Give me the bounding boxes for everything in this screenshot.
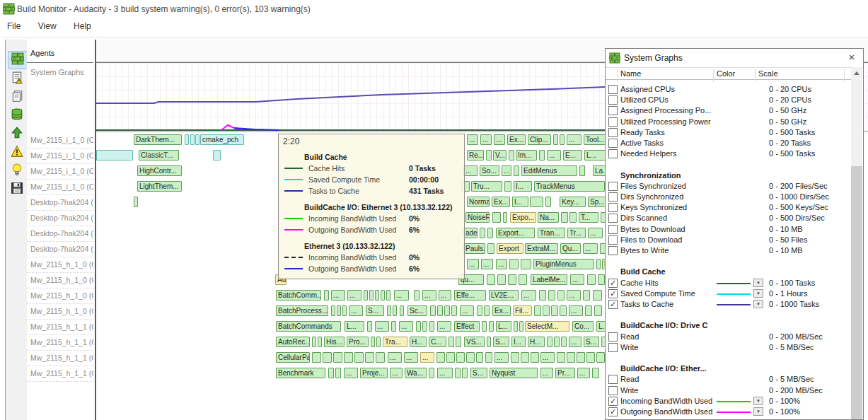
projects-button[interactable]	[8, 89, 26, 106]
agent-row[interactable]: Desktop-7hak204 (C	[27, 211, 93, 226]
gantt-task-block[interactable]	[195, 134, 199, 145]
gantt-task-block[interactable]	[376, 337, 381, 347]
checkbox-unchecked[interactable]	[608, 192, 618, 202]
metric-label[interactable]: Tasks to Cache	[620, 300, 673, 308]
gantt-task-block[interactable]	[557, 290, 565, 301]
checkbox-checked[interactable]: ✓	[608, 407, 618, 416]
gantt-task-block[interactable]: CellularPa...	[276, 352, 310, 363]
metric-label[interactable]: Files to Download	[620, 235, 682, 244]
menu-file[interactable]: File	[0, 18, 28, 31]
gantt-task-block[interactable]: cmake_pch	[200, 134, 244, 145]
gantt-task-block[interactable]	[213, 150, 221, 161]
gantt-task-block[interactable]: ...	[404, 352, 418, 363]
gantt-task-block[interactable]	[318, 337, 322, 347]
gantt-task-block[interactable]: Export	[497, 243, 523, 254]
gantt-task-block[interactable]: L...	[345, 321, 364, 332]
checkbox-checked[interactable]: ✓	[608, 289, 618, 298]
gantt-task-block[interactable]: ...	[394, 290, 409, 301]
gantt-task-block[interactable]: Tru...	[471, 181, 502, 192]
gantt-task-block[interactable]: ...	[567, 134, 581, 145]
gantt-task-block[interactable]	[547, 337, 552, 347]
gantt-task-block[interactable]	[561, 337, 567, 347]
gantt-task-block[interactable]	[487, 243, 494, 254]
column-name[interactable]: Name	[620, 69, 641, 78]
gantt-task-block[interactable]: S...	[584, 337, 599, 347]
agent-row[interactable]: Mw_2115_h_1_0 (C	[27, 257, 93, 273]
gantt-task-block[interactable]: Norma...	[467, 197, 490, 207]
gantt-task-block[interactable]: VS...	[464, 337, 485, 347]
gantt-task-block[interactable]: ...	[460, 305, 474, 316]
gantt-task-block[interactable]	[509, 150, 514, 161]
menu-help[interactable]: Help	[66, 18, 98, 31]
gantt-task-block[interactable]	[430, 305, 436, 316]
gantt-task-block[interactable]: ...	[569, 305, 583, 316]
gantt-task-block[interactable]: ...	[439, 290, 451, 301]
gantt-task-block[interactable]	[455, 368, 461, 378]
checkbox-unchecked[interactable]	[608, 214, 618, 223]
gantt-task-block[interactable]: Re...	[467, 150, 484, 161]
gantt-task-block[interactable]: HighContr...	[137, 165, 182, 176]
gantt-task-block[interactable]: ...	[494, 134, 505, 145]
gantt-task-block[interactable]	[596, 352, 605, 363]
gantt-task-block[interactable]	[190, 134, 195, 145]
gantt-task-block[interactable]	[593, 290, 602, 301]
gantt-task-block[interactable]	[586, 352, 595, 363]
gantt-task-block[interactable]: ...	[496, 259, 507, 269]
gantt-task-block[interactable]: Ex...	[507, 134, 526, 145]
gantt-task-block[interactable]	[387, 305, 391, 316]
gantt-task-block[interactable]: Effect	[454, 321, 480, 332]
gantt-task-block[interactable]: ...	[467, 134, 478, 145]
gantt-task-block[interactable]: TrackMenus	[534, 181, 605, 192]
gantt-task-block[interactable]: LV2E...	[489, 290, 519, 301]
gantt-task-block[interactable]: ...	[422, 290, 436, 301]
menu-view[interactable]: View	[31, 18, 64, 31]
checkbox-unchecked[interactable]	[608, 235, 618, 245]
gantt-task-block[interactable]: BatchCommands	[276, 321, 341, 332]
gantt-task-block[interactable]	[324, 290, 329, 301]
tips-button[interactable]	[8, 163, 26, 180]
gantt-task-block[interactable]	[354, 352, 364, 363]
gantt-task-block[interactable]	[344, 352, 353, 363]
build-cache-button[interactable]	[8, 107, 26, 124]
gantt-task-block[interactable]	[487, 337, 491, 347]
gantt-task-block[interactable]	[312, 352, 321, 363]
gantt-task-block[interactable]	[482, 321, 487, 332]
gantt-task-block[interactable]: Na...	[538, 212, 559, 223]
gantt-task-block[interactable]: His...	[324, 337, 345, 347]
gantt-task-block[interactable]	[466, 352, 475, 363]
gantt-task-block[interactable]	[596, 259, 601, 269]
color-dropdown-icon[interactable]: ▼	[753, 300, 763, 308]
gantt-task-block[interactable]: H...	[528, 337, 545, 347]
gantt-task-block[interactable]: Key...	[560, 197, 586, 207]
gantt-task-block[interactable]	[367, 321, 372, 332]
gantt-task-block[interactable]: PluginMenus	[533, 259, 594, 269]
gantt-task-block[interactable]: ...	[588, 228, 603, 238]
metric-label[interactable]: Utilized Processing Power	[620, 117, 711, 126]
gantt-task-block[interactable]: ...	[420, 352, 434, 363]
gantt-task-block[interactable]: ...	[569, 337, 581, 347]
gantt-task-block[interactable]	[519, 321, 523, 332]
gantt-task-block[interactable]: Expo...	[510, 212, 536, 223]
system-graphs-row-label[interactable]: System Graphs	[30, 68, 84, 76]
gantt-task-block[interactable]	[497, 274, 506, 285]
gantt-task-block[interactable]	[485, 352, 492, 363]
color-dropdown-icon[interactable]: ▼	[753, 397, 763, 405]
gantt-task-block[interactable]: ...	[390, 368, 403, 378]
gantt-task-block[interactable]: S...	[366, 305, 384, 316]
gantt-task-block[interactable]: T...	[579, 212, 598, 223]
gantt-task-block[interactable]: I...	[511, 337, 526, 347]
gantt-task-block[interactable]	[487, 274, 495, 285]
gantt-task-block[interactable]	[456, 337, 461, 347]
checkbox-unchecked[interactable]	[608, 225, 618, 234]
gantt-task-block[interactable]	[484, 305, 490, 316]
gantt-task-block[interactable]: Sp...	[588, 197, 606, 207]
gantt-task-block[interactable]: ...	[577, 368, 590, 378]
metric-label[interactable]: Ready Tasks	[620, 128, 665, 136]
gantt-task-block[interactable]: SelectM...	[525, 321, 569, 332]
gantt-task-block[interactable]	[561, 212, 568, 223]
column-scale[interactable]: Scale	[758, 69, 778, 78]
gantt-task-block[interactable]: ExtraM...	[525, 243, 558, 254]
gantt-task-block[interactable]: DarkThem...	[134, 134, 182, 145]
gantt-task-block[interactable]	[487, 228, 493, 238]
gantt-task-block[interactable]	[437, 305, 443, 316]
